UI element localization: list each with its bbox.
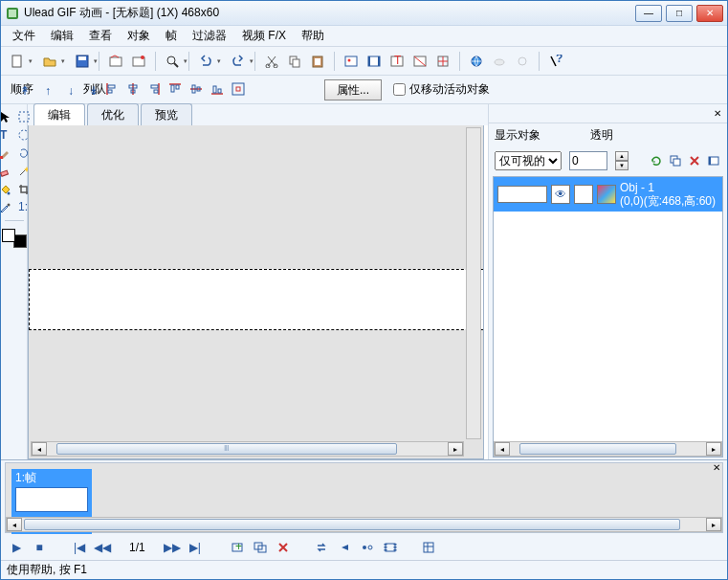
new-button[interactable] [7,51,28,72]
add-frame-icon[interactable]: + [230,541,245,554]
timeline-close-icon[interactable]: ✕ [713,462,720,473]
obj-scroll-thumb[interactable] [519,443,676,455]
canvas-size-button[interactable] [432,51,453,72]
tl-scroll-left[interactable]: ◂ [7,518,22,531]
frame-toggle-icon[interactable] [706,153,721,168]
move-active-only-checkbox[interactable]: 仅移动活动对象 [393,81,490,98]
menu-frame[interactable]: 帧 [158,26,185,46]
insert-blank-button[interactable] [409,51,430,72]
center-canvas-icon[interactable] [230,80,247,98]
horizontal-scrollbar[interactable]: ◂ Ⅲ ▸ [31,441,464,457]
menu-file[interactable]: 文件 [5,26,43,46]
scroll-thumb[interactable]: Ⅲ [56,443,397,455]
panel-close-icon[interactable]: ✕ [714,108,721,119]
brush-tool[interactable] [0,145,13,162]
transparency-input[interactable] [569,151,607,170]
settings-button[interactable] [512,51,533,72]
object-item[interactable]: 👁 Obj - 1 (0,0)(宽:468,高:60) [494,177,722,212]
loop-icon[interactable] [314,541,329,554]
scroll-right-arrow[interactable]: ▸ [448,442,463,456]
obj-scroll-left[interactable]: ◂ [495,442,510,456]
cut-button[interactable] [261,51,282,72]
minimize-button[interactable]: — [635,5,662,22]
align-right-icon[interactable] [145,80,163,98]
first-frame-button[interactable]: |◀ [72,541,87,554]
align-top-icon[interactable] [166,80,184,98]
transparency-spinner[interactable]: ▲▼ [615,151,629,170]
cloud-button[interactable] [489,51,510,72]
color-swatch[interactable] [2,229,27,248]
film-icon[interactable] [383,541,398,554]
fill-tool[interactable] [0,181,13,198]
context-help-button[interactable]: ? [545,51,566,72]
menu-help[interactable]: 帮助 [294,26,332,46]
maximize-button[interactable]: □ [666,5,693,22]
refresh-icon[interactable] [649,153,664,168]
text-tool[interactable]: T [0,126,13,144]
zoom-button[interactable] [162,51,183,72]
menu-videofx[interactable]: 视频 F/X [234,26,294,46]
show-objects-select[interactable]: 仅可视的 [495,151,562,170]
insert-image-button[interactable] [341,51,362,72]
pointer-tool[interactable] [0,108,13,125]
eraser-tool[interactable] [0,163,13,180]
wizard1-button[interactable] [105,51,126,72]
paste-button[interactable] [307,51,328,72]
tab-optimize[interactable]: 优化 [87,103,139,126]
frame-props-icon[interactable] [421,541,436,554]
frame-strip[interactable]: ✕ 1:帧 0.1 秒 ◂ ▸ [5,462,723,533]
obj-scroll-right[interactable]: ▸ [706,442,721,456]
tl-scroll-right[interactable]: ▸ [706,518,721,531]
send-back-icon[interactable]: ↡ [85,82,102,100]
copy-button[interactable] [284,51,305,72]
object-panel: ✕ 显示对象 透明 仅可视的 ▲▼ 👁 [488,104,727,459]
canvas[interactable] [29,269,484,330]
select-tool[interactable] [15,108,33,125]
canvas-viewport[interactable]: ◂ Ⅲ ▸ [28,125,484,459]
play-button[interactable]: ▶ [9,541,24,554]
vertical-scrollbar[interactable] [466,127,481,439]
save-button[interactable] [72,51,93,72]
insert-video-button[interactable] [364,51,385,72]
object-list[interactable]: 👁 Obj - 1 (0,0)(宽:468,高:60) ◂ ▸ [493,176,723,457]
browser-preview-button[interactable] [466,51,487,72]
tab-edit[interactable]: 编辑 [33,103,85,126]
bring-front-icon[interactable]: ↟ [16,82,33,100]
redo-button[interactable] [228,51,249,72]
last-frame-button[interactable]: ▶| [188,541,203,554]
open-button[interactable] [39,51,60,72]
duplicate-icon[interactable] [668,153,683,168]
background-color[interactable] [13,234,27,248]
eyedropper-tool[interactable] [0,199,13,216]
menu-filter[interactable]: 过滤器 [185,26,234,46]
align-middle-icon[interactable] [188,80,205,98]
menu-object[interactable]: 对象 [120,26,158,46]
close-button[interactable]: ✕ [696,5,723,22]
properties-button[interactable]: 属性... [324,79,382,100]
delete-icon[interactable] [687,153,702,168]
align-bottom-icon[interactable] [209,80,226,98]
tween-icon[interactable] [360,541,375,554]
delete-frame-icon[interactable] [276,541,291,554]
stop-button[interactable]: ■ [32,541,47,554]
foreground-color[interactable] [2,229,15,242]
menu-edit[interactable]: 编辑 [43,26,81,46]
align-center-h-icon[interactable] [124,80,142,98]
insert-text-button[interactable]: T [386,51,408,72]
next-frame-button[interactable]: ▶▶ [165,541,180,554]
tab-preview[interactable]: 预览 [141,103,192,126]
transparency-label: 透明 [590,127,613,144]
duplicate-frame-icon[interactable] [253,541,268,554]
tl-scroll-thumb[interactable] [24,519,680,530]
menu-view[interactable]: 查看 [81,26,120,46]
lock-toggle[interactable] [574,185,593,204]
bring-forward-icon[interactable]: ↑ [39,82,56,100]
prev-frame-button[interactable]: ◀◀ [95,541,110,554]
send-backward-icon[interactable]: ↓ [62,82,79,100]
scroll-left-arrow[interactable]: ◂ [32,442,47,456]
visibility-toggle-icon[interactable]: 👁 [551,185,570,204]
wizard2-button[interactable] [128,51,149,72]
undo-button[interactable] [195,51,216,72]
reverse-icon[interactable] [337,541,352,554]
align-left-icon[interactable] [103,80,121,98]
